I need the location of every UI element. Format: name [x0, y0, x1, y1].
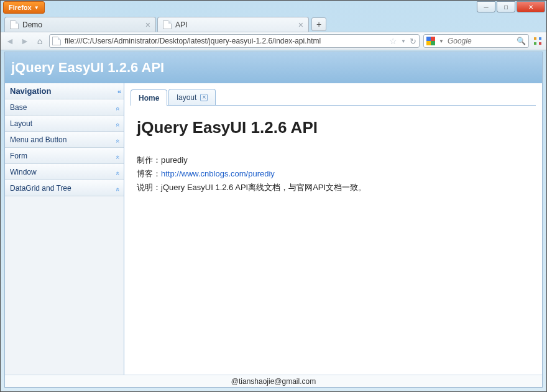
window-controls: ─ □ ✕ [477, 1, 545, 12]
forward-button[interactable]: ► [19, 35, 30, 47]
search-input[interactable] [448, 37, 503, 45]
address-bar[interactable]: file:///C:/Users/Administrator/Desktop/l… [49, 34, 420, 48]
sidebar-item-menu-button[interactable]: Menu and Button « [5, 132, 124, 148]
close-button[interactable]: ✕ [517, 1, 545, 12]
search-engine-dropdown-icon[interactable]: ▼ [439, 39, 444, 44]
maximize-button[interactable]: □ [497, 1, 515, 12]
tab-layout[interactable]: layout × [168, 89, 216, 105]
reload-icon[interactable]: ↻ [410, 37, 416, 46]
footer-email: @tianshaojie@gmail.com [231, 377, 316, 386]
article-line-blog: 博客：http://www.cnblogs.com/purediy [137, 168, 530, 180]
blog-link[interactable]: http://www.cnblogs.com/purediy [161, 169, 275, 178]
page-body: Navigation « Base « Layout « Menu and Bu… [5, 83, 542, 375]
article-line-desc: 说明：jQuery EasyUI 1.2.6 API离线文档，与官网API文档一… [137, 182, 530, 193]
sidebar-title-label: Navigation [10, 86, 51, 96]
browser-tab-strip: Demo × API × + [1, 16, 546, 32]
firefox-label: Firefox [9, 4, 32, 11]
tab-home[interactable]: Home [131, 89, 167, 106]
home-button[interactable]: ⌂ [34, 35, 45, 47]
tab-close-icon[interactable]: × [298, 20, 303, 30]
sidebar-item-label: Menu and Button [10, 135, 67, 144]
firefox-menu-button[interactable]: Firefox ▼ [3, 1, 45, 14]
address-bar-controls: ☆ ▼ ↻ [389, 36, 416, 46]
sidebar-item-base[interactable]: Base « [5, 99, 124, 116]
sidebar-item-window[interactable]: Window « [5, 164, 124, 180]
browser-window: Firefox ▼ ─ □ ✕ Demo × API × + ◄ ► ⌂ fil… [0, 0, 547, 392]
dropdown-icon[interactable]: ▼ [401, 39, 406, 44]
google-icon [426, 37, 435, 45]
main-panel: Home layout × jQuery EasyUI 1.2.6 API 制作… [124, 83, 542, 375]
sidebar-item-label: Layout [10, 119, 32, 128]
tab-close-icon[interactable]: × [200, 94, 208, 101]
article-heading: jQuery EasyUI 1.2.6 API [137, 118, 530, 137]
search-icon[interactable]: 🔍 [517, 37, 526, 45]
chevron-down-icon: « [114, 122, 122, 124]
browser-tab-api[interactable]: API × [157, 17, 309, 32]
page-icon [163, 21, 172, 29]
tab-title: API [175, 21, 187, 29]
url-text: file:///C:/Users/Administrator/Desktop/l… [65, 37, 321, 45]
sidebar-item-label: Base [10, 103, 27, 112]
tab-close-icon[interactable]: × [145, 20, 150, 30]
sidebar-title[interactable]: Navigation « [5, 83, 124, 99]
chevron-down-icon: ▼ [34, 5, 39, 11]
sidebar-item-label: Form [10, 152, 27, 160]
sidebar-item-form[interactable]: Form « [5, 148, 124, 164]
sidebar-item-label: Window [10, 168, 37, 176]
page-footer: @tianshaojie@gmail.com [5, 375, 542, 387]
page-icon [52, 37, 61, 45]
bookmark-star-icon[interactable]: ☆ [389, 36, 397, 46]
chevron-down-icon: « [114, 187, 122, 188]
new-tab-button[interactable]: + [311, 17, 326, 31]
page-banner: jQuery EasyUI 1.2.6 API [5, 52, 542, 83]
page-title: jQuery EasyUI 1.2.6 API [11, 60, 164, 76]
article: jQuery EasyUI 1.2.6 API 制作：purediy 博客：ht… [131, 106, 536, 208]
minimize-button[interactable]: ─ [477, 1, 495, 12]
article-line-author: 制作：purediy [137, 155, 530, 166]
collapse-icon[interactable]: « [117, 88, 119, 95]
chevron-down-icon: « [114, 139, 122, 140]
browser-tab-demo[interactable]: Demo × [4, 17, 156, 32]
back-button[interactable]: ◄ [4, 35, 16, 47]
page-icon [10, 21, 19, 29]
sidebar: Navigation « Base « Layout « Menu and Bu… [5, 83, 124, 375]
chevron-down-icon: « [114, 155, 122, 156]
sidebar-item-layout[interactable]: Layout « [5, 116, 124, 132]
content-tabs: Home layout × [131, 88, 536, 106]
tab-label: Home [139, 94, 159, 103]
tab-label: layout [177, 93, 196, 102]
sidebar-item-datagrid-tree[interactable]: DataGrid and Tree « [5, 180, 124, 196]
titlebar: Firefox ▼ ─ □ ✕ [1, 1, 546, 14]
sidebar-item-label: DataGrid and Tree [10, 184, 71, 193]
chevron-down-icon: « [114, 106, 122, 107]
nav-toolbar: ◄ ► ⌂ file:///C:/Users/Administrator/Des… [1, 32, 546, 50]
search-bar[interactable]: ▼ 🔍 [423, 34, 529, 48]
page-viewport: jQuery EasyUI 1.2.6 API Navigation « Bas… [4, 52, 543, 388]
chevron-down-icon: « [114, 171, 122, 172]
addons-icon[interactable] [533, 36, 543, 46]
tab-title: Demo [22, 21, 42, 29]
